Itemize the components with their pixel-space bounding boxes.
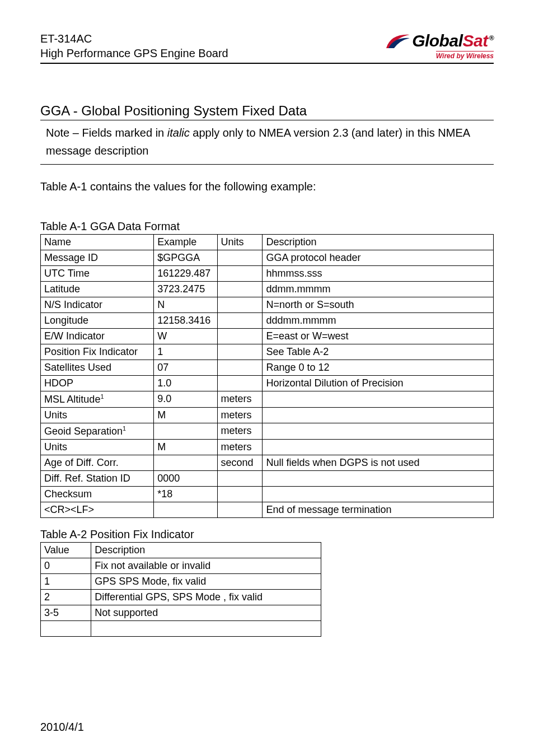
- table-row: Geoid Separation1meters: [41, 423, 494, 440]
- table-cell: UTC Time: [41, 266, 154, 282]
- table-cell: [217, 250, 263, 266]
- table-row: Position Fix Indicator1See Table A-2: [41, 344, 494, 360]
- table-cell: M: [154, 440, 217, 455]
- table-cell: 3723.2475: [154, 282, 217, 297]
- note-box: Note – Fields marked in italic apply onl…: [40, 120, 494, 164]
- table-row: 1GPS SPS Mode, fix valid: [41, 574, 321, 590]
- table-cell: 1: [41, 574, 91, 590]
- th-desc: Description: [263, 235, 494, 250]
- table-row: Checksum*18: [41, 487, 494, 502]
- table-cell: GGA protocol header: [263, 250, 494, 266]
- table-cell: M: [154, 408, 217, 423]
- table-cell: [217, 487, 263, 502]
- table-cell: Not supported: [91, 605, 321, 621]
- table-a1-caption: Table A-1 GGA Data Format: [40, 220, 494, 233]
- table-cell: Position Fix Indicator: [41, 344, 154, 360]
- table-row: Message ID$GPGGAGGA protocol header: [41, 250, 494, 266]
- table-cell: 07: [154, 360, 217, 376]
- table-cell: 1: [154, 344, 217, 360]
- table-cell: dddmm.mmmm: [263, 313, 494, 329]
- table-cell: <CR><LF>: [41, 502, 154, 518]
- logo-text: GlobalSat®: [412, 31, 494, 50]
- table-row: N/S IndicatorNN=north or S=south: [41, 297, 494, 313]
- table-cell: Units: [41, 440, 154, 455]
- logo-word-sat: Sat: [462, 31, 488, 50]
- product-desc: High Performance GPS Engine Board: [40, 46, 228, 60]
- table-cell: Age of Diff. Corr.: [41, 455, 154, 471]
- page-header: ET-314AC High Performance GPS Engine Boa…: [40, 31, 494, 60]
- note-prefix: Note – Fields marked in: [46, 127, 167, 139]
- table-row: UTC Time161229.487hhmmss.sss: [41, 266, 494, 282]
- table-cell: HDOP: [41, 376, 154, 391]
- table-cell: *18: [154, 487, 217, 502]
- table-cell: Longitude: [41, 313, 154, 329]
- table-cell: Diff. Ref. Station ID: [41, 471, 154, 487]
- table-cell: N: [154, 297, 217, 313]
- th-name: Name: [41, 235, 154, 250]
- table-cell: [91, 621, 321, 637]
- table-cell: [217, 329, 263, 344]
- table-cell: W: [154, 329, 217, 344]
- table-cell: Units: [41, 408, 154, 423]
- table-cell: GPS SPS Mode, fix valid: [91, 574, 321, 590]
- table-row: 0Fix not available or invalid: [41, 558, 321, 574]
- table-cell: [217, 344, 263, 360]
- table-cell: [263, 408, 494, 423]
- section-title: GGA - Global Positioning System Fixed Da…: [40, 103, 494, 119]
- table-row: HDOP1.0Horizontal Dilution of Precision: [41, 376, 494, 391]
- th-desc2: Description: [91, 543, 321, 558]
- table-cell: N=north or S=south: [263, 297, 494, 313]
- table-cell: 161229.487: [154, 266, 217, 282]
- table-cell: E=east or W=west: [263, 329, 494, 344]
- table-cell: See Table A-2: [263, 344, 494, 360]
- logo-tagline: Wired by Wireless: [436, 51, 494, 60]
- logo: GlobalSat® Wired by Wireless: [385, 31, 494, 60]
- table-cell: hhmmss.sss: [263, 266, 494, 282]
- table-cell: [217, 266, 263, 282]
- table-cell: 0: [41, 558, 91, 574]
- table-row: MSL Altitude19.0meters: [41, 391, 494, 408]
- table-cell: [263, 471, 494, 487]
- table-cell: Satellites Used: [41, 360, 154, 376]
- globalsat-swoosh-icon: [385, 31, 411, 50]
- table-cell: [41, 621, 91, 637]
- table-row: UnitsMmeters: [41, 408, 494, 423]
- intro-paragraph: Table A-1 contains the values for the fo…: [40, 180, 494, 193]
- th-units: Units: [217, 235, 263, 250]
- table-cell: E/W Indicator: [41, 329, 154, 344]
- note-italic-word: italic: [167, 127, 190, 139]
- table-a2: Value Description 0Fix not available or …: [40, 542, 321, 637]
- table-a2-caption: Table A-2 Position Fix Indicator: [40, 528, 494, 541]
- table-row: Satellites Used07Range 0 to 12: [41, 360, 494, 376]
- table-cell: [263, 487, 494, 502]
- table-cell: [217, 376, 263, 391]
- table-row: <CR><LF>End of message termination: [41, 502, 494, 518]
- table-cell: Geoid Separation1: [41, 423, 154, 440]
- table-cell: Horizontal Dilution of Precision: [263, 376, 494, 391]
- section-rule-bottom: [40, 164, 494, 165]
- table-cell: $GPGGA: [154, 250, 217, 266]
- table-row: Longitude12158.3416dddmm.mmmm: [41, 313, 494, 329]
- table-cell: [217, 360, 263, 376]
- table-row: E/W IndicatorWE=east or W=west: [41, 329, 494, 344]
- table-cell: [154, 455, 217, 471]
- table-cell: End of message termination: [263, 502, 494, 518]
- table-cell: Differential GPS, SPS Mode , fix valid: [91, 590, 321, 605]
- table-cell: [217, 313, 263, 329]
- table-cell: Message ID: [41, 250, 154, 266]
- table-cell: 9.0: [154, 391, 217, 408]
- header-rule: [40, 63, 494, 64]
- table-cell: 1.0: [154, 376, 217, 391]
- table-cell: MSL Altitude1: [41, 391, 154, 408]
- table-cell: ddmm.mmmm: [263, 282, 494, 297]
- table-cell: 2: [41, 590, 91, 605]
- th-example: Example: [154, 235, 217, 250]
- logo-top-row: GlobalSat®: [385, 31, 494, 50]
- table-row: UnitsMmeters: [41, 440, 494, 455]
- table-cell: [154, 423, 217, 440]
- product-code: ET-314AC: [40, 31, 228, 46]
- table-row: Latitude3723.2475ddmm.mmmm: [41, 282, 494, 297]
- table-cell: meters: [217, 391, 263, 408]
- table-cell: meters: [217, 440, 263, 455]
- table-cell: meters: [217, 408, 263, 423]
